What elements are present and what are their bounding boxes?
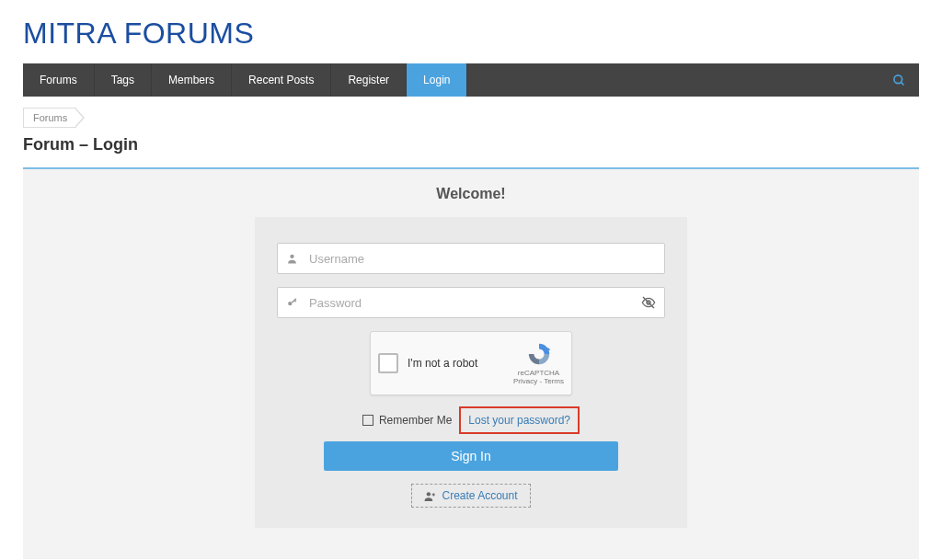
remember-row: Remember Me Lost your password? <box>277 406 665 434</box>
chevron-right-icon <box>76 108 89 128</box>
nav-register[interactable]: Register <box>331 63 407 97</box>
key-icon <box>286 297 298 309</box>
page-title: Forum – Login <box>23 135 919 154</box>
svg-line-1 <box>901 82 903 85</box>
main-nav: Forums Tags Members Recent Posts Registe… <box>23 63 919 97</box>
lost-password-link[interactable]: Lost your password? <box>459 406 580 434</box>
user-icon <box>286 253 298 265</box>
remember-label: Remember Me <box>379 414 452 427</box>
signin-button[interactable]: Sign In <box>324 441 618 471</box>
nav-tags[interactable]: Tags <box>95 63 152 97</box>
svg-point-2 <box>290 255 293 258</box>
svg-point-0 <box>894 74 902 83</box>
welcome-heading: Welcome! <box>23 186 919 202</box>
password-input[interactable] <box>277 287 665 318</box>
recaptcha-widget[interactable]: I'm not a robot reCAPTCHA Privacy - Term… <box>370 331 572 395</box>
recaptcha-brand: reCAPTCHA Privacy - Terms <box>513 341 564 385</box>
login-card: I'm not a robot reCAPTCHA Privacy - Term… <box>255 217 687 528</box>
create-account-button[interactable]: Create Account <box>411 484 531 508</box>
username-field-wrap <box>277 243 665 274</box>
site-title: MITRA FORUMS <box>23 0 919 63</box>
search-icon[interactable] <box>879 63 919 97</box>
remember-checkbox[interactable] <box>362 415 373 426</box>
create-account-label: Create Account <box>442 489 517 502</box>
svg-point-7 <box>427 492 431 496</box>
nav-login[interactable]: Login <box>407 63 467 97</box>
eye-off-icon[interactable] <box>641 295 656 310</box>
login-panel: Welcome! I <box>23 167 919 559</box>
svg-point-3 <box>288 302 292 305</box>
username-input[interactable] <box>277 243 665 274</box>
password-field-wrap <box>277 287 665 318</box>
nav-forums[interactable]: Forums <box>23 63 95 97</box>
recaptcha-icon <box>526 341 552 367</box>
recaptcha-checkbox[interactable] <box>378 353 398 373</box>
recaptcha-label: I'm not a robot <box>408 357 477 370</box>
user-plus-icon <box>424 490 436 502</box>
nav-recent-posts[interactable]: Recent Posts <box>232 63 331 97</box>
breadcrumb: Forums <box>23 108 919 128</box>
nav-members[interactable]: Members <box>152 63 232 97</box>
breadcrumb-forums[interactable]: Forums <box>23 108 76 128</box>
